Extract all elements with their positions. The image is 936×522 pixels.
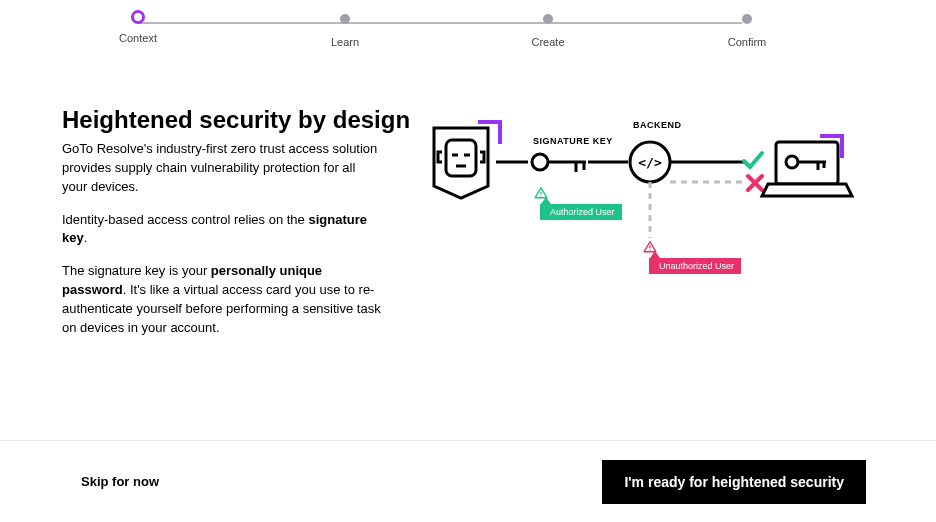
user-face-icon <box>438 140 484 176</box>
security-diagram: SIGNATURE KEY BACKEND <box>428 120 888 320</box>
step-dot-icon <box>131 10 145 24</box>
step-dot-icon <box>543 14 553 24</box>
svg-rect-0 <box>446 140 476 176</box>
backend-icon: </> <box>630 142 670 182</box>
ready-button[interactable]: I'm ready for heightened security <box>602 460 866 504</box>
step-label: Context <box>119 32 157 44</box>
backend-label: BACKEND <box>633 120 682 130</box>
paragraph-1: GoTo Resolve's industry-first zero trust… <box>62 140 382 197</box>
key-icon <box>532 154 586 172</box>
footer-bar: Skip for now I'm ready for heightened se… <box>0 440 936 522</box>
onboarding-page: { "stepper":{"steps":["Context","Learn",… <box>0 0 936 522</box>
page-title: Heightened security by design <box>62 106 410 134</box>
diagram-svg: </> <box>428 120 888 320</box>
laptop-icon <box>762 136 852 196</box>
step-confirm[interactable]: Confirm <box>707 14 787 48</box>
step-dot-icon <box>340 14 350 24</box>
paragraph-2: Identity-based access control relies on … <box>62 211 382 249</box>
user-badge-icon <box>434 122 500 198</box>
step-context[interactable]: Context <box>98 14 178 44</box>
svg-point-4 <box>532 154 548 170</box>
stepper-track <box>138 22 742 24</box>
step-create[interactable]: Create <box>508 14 588 48</box>
step-learn[interactable]: Learn <box>305 14 385 48</box>
check-icon <box>744 153 762 167</box>
step-label: Learn <box>331 36 359 48</box>
skip-button[interactable]: Skip for now <box>75 473 165 490</box>
step-dot-icon <box>742 14 752 24</box>
explainer-body: GoTo Resolve's industry-first zero trust… <box>62 140 382 352</box>
authorized-badge: Authorized User <box>540 204 622 220</box>
signature-key-label: SIGNATURE KEY <box>533 136 613 146</box>
step-label: Create <box>531 36 564 48</box>
step-label: Confirm <box>728 36 767 48</box>
paragraph-3: The signature key is your personally uni… <box>62 262 382 337</box>
svg-text:</>: </> <box>638 155 662 170</box>
x-icon <box>748 176 762 190</box>
unauthorized-badge: Unauthorized User <box>649 258 741 274</box>
